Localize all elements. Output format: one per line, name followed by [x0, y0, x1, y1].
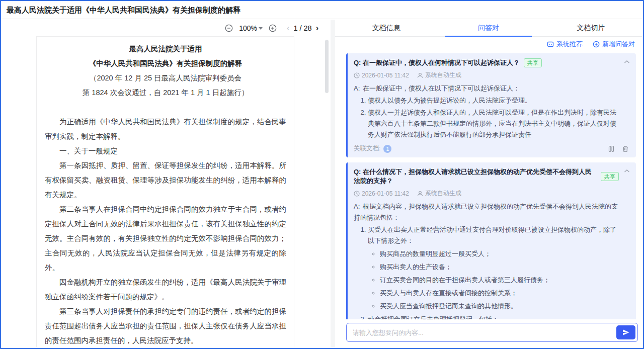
- doc-blank-line: [45, 100, 286, 115]
- user-icon: [417, 72, 423, 78]
- zoom-level-select[interactable]: 100%: [239, 24, 263, 32]
- qa-card: Q: 在一般保证中，债权人在何种情况下可以起诉保证人？ 共享: [346, 53, 636, 157]
- doc-paragraph: 第三条当事人对担保责任的承担约定专门的违约责任，或者约定的担保责任范围超出债务人…: [45, 304, 286, 347]
- source-label: 系统自动生成: [417, 71, 461, 79]
- ask-input-bar: [335, 319, 642, 347]
- add-qa-pair-label: 新增问答对: [602, 40, 635, 49]
- document-content: 最高人民法院关于适用 《中华人民共和国民法典》有关担保制度的解释 （2020 年…: [45, 42, 286, 347]
- qa-meta-row: 2026-01-05 11:42 系统自动生成: [354, 189, 619, 198]
- viewer-toolbar: 100% ‹ 1 / 28 ›: [2, 20, 331, 36]
- doc-meeting-line2: 第 1824 次会议通过，自 2021 年 1 月 1 日起施行）: [45, 85, 286, 100]
- panel-divider: [331, 20, 335, 347]
- answer-intro: 根据文档内容，担保物权人请求就已设立担保物权的动产优先受偿不会得到人民法院的支持…: [354, 203, 618, 221]
- zoom-in-button[interactable]: [269, 24, 277, 32]
- doc-paragraph: 为正确适用《中华人民共和国民法典》有关担保制度的规定，结合民事审判实践，制定本解…: [45, 115, 286, 144]
- qa-actions-row: 系统推荐 新增问答对: [335, 37, 642, 52]
- doc-paragraph: 第一条因抵押、质押、留置、保证等担保发生的纠纷，适用本解释。所有权保留买卖、融资…: [45, 158, 286, 202]
- list-item: 债权人一并起诉债务人和保证人的，人民法院可以受理，但是在作出判决时，除有民法典第…: [368, 107, 619, 140]
- zoom-level-value: 100%: [239, 24, 257, 32]
- tab-label: 文档信息: [372, 24, 400, 33]
- clock-icon: [354, 72, 360, 78]
- related-docs-label: 关联文档:: [354, 144, 380, 153]
- related-doc-count-badge[interactable]: 1: [383, 145, 391, 153]
- answer-item: 买受人在出卖人正常经营活动中通过支付合理对价取得已被设立担保物权的动产，除了以下…: [368, 224, 619, 312]
- chevron-up-icon: [624, 60, 630, 64]
- list-item: 买受人应当查询抵押登记而未查询的其他情形。: [380, 301, 619, 312]
- doc-paragraph: 因金融机构开立的独立保函发生的纠纷，适用《最高人民法院关于审理独立保函纠纷案件若…: [45, 275, 286, 304]
- list-item: 购买出卖人的生产设备；: [380, 261, 619, 273]
- answer-item: 动产抵押合同订立后未办理抵押登记，包括： 抵押人转让抵押财产，受让人占有抵押财产…: [368, 314, 619, 319]
- tab-document-info[interactable]: 文档信息: [335, 20, 437, 36]
- doc-paragraph: 第二条当事人在担保合同中约定担保合同的效力独立于主合同，或者约定担保人对主合同无…: [45, 202, 286, 275]
- qa-card-list: Q: 在一般保证中，债权人在何种情况下可以起诉保证人？ 共享: [335, 52, 642, 319]
- page-navigator: ‹ 1 / 28 ›: [287, 24, 318, 33]
- source-label: 系统自动生成: [417, 189, 461, 198]
- share-badge: 共享: [524, 58, 542, 67]
- ask-input-box: [346, 323, 638, 342]
- list-item: 订立买卖合同的目的在于担保出卖人或者第三人履行债务；: [380, 275, 619, 286]
- answer-block: A: 在一般保证中，债权人在以下情况下可以起诉保证人： 债权人以债务人为被告提起…: [354, 83, 619, 140]
- list-item: 购买商品的数量明显超过一般买受人；: [380, 248, 619, 259]
- system-recommend-button[interactable]: 系统推荐: [547, 40, 583, 49]
- question-row: Q: 在一般保证中，债权人在何种情况下可以起诉保证人？ 共享: [354, 58, 619, 67]
- tab-bar: 文档信息 问答对 文档切片: [335, 20, 642, 37]
- answer-prefix: A:: [354, 84, 360, 92]
- collapse-button[interactable]: [624, 169, 630, 173]
- prev-page-button[interactable]: ‹: [287, 24, 289, 33]
- tab-label: 文档切片: [577, 24, 605, 33]
- zoom-out-button[interactable]: [225, 24, 233, 32]
- timestamp: 2026-01-05 11:42: [354, 72, 409, 79]
- tab-document-slices[interactable]: 文档切片: [540, 20, 642, 36]
- related-docs: 关联文档: 1: [354, 144, 391, 153]
- document-scrollbar-thumb[interactable]: [325, 40, 329, 93]
- answer-block: A: 根据文档内容，担保物权人请求就已设立担保物权的动产优先受偿不会得到人民法院…: [354, 201, 619, 319]
- answer-numbered-list: 买受人在出卖人正常经营活动中通过支付合理对价取得已被设立担保物权的动产，除了以下…: [354, 224, 619, 319]
- answer-prefix: A:: [354, 203, 360, 210]
- add-circle-icon: [593, 41, 600, 48]
- system-recommend-label: 系统推荐: [556, 40, 583, 49]
- answer-bullet-list: 购买商品的数量明显超过一般买受人；购买出卖人的生产设备；订立买卖合同的目的在于担…: [368, 248, 619, 312]
- qa-meta-row: 2026-01-05 11:42 系统自动生成: [354, 71, 619, 79]
- send-icon: [622, 328, 630, 336]
- page-title: 最高人民法院关于适用《中华人民共和国民法典》有关担保制度的解释: [7, 6, 240, 15]
- delete-icon[interactable]: [622, 145, 629, 152]
- collapse-button[interactable]: [624, 60, 630, 64]
- send-button[interactable]: [616, 325, 635, 339]
- answer-numbered-list: 债权人以债务人为被告提起诉讼的，人民法院应予受理。债权人一并起诉债务人和保证人的…: [354, 95, 619, 140]
- share-badge: 共享: [601, 172, 619, 181]
- document-viewer-panel: 100% ‹ 1 / 28 › 最高人民法院关于适用 《中华人民共和国民法典》有…: [2, 20, 331, 347]
- doc-meeting-line1: （2020 年 12 月 25 日最高人民法院审判委员会: [45, 71, 286, 85]
- caret-down-icon: [259, 27, 263, 30]
- next-page-button[interactable]: ›: [316, 24, 318, 33]
- add-qa-pair-button[interactable]: 新增问答对: [593, 40, 635, 49]
- qa-card: Q: 在什么情况下，担保物权人请求就已设立担保物权的动产优先受偿不会得到人民法院…: [346, 162, 636, 319]
- ask-input[interactable]: [353, 329, 616, 336]
- tab-label: 问答对: [478, 24, 499, 33]
- question-text: Q: 在什么情况下，担保物权人请求就已设立担保物权的动产优先受偿不会得到人民法院…: [354, 167, 597, 186]
- app-window: 最高人民法院关于适用《中华人民共和国民法典》有关担保制度的解释 100%: [0, 0, 644, 349]
- qa-panel: 文档信息 问答对 文档切片 系统推荐: [335, 20, 642, 347]
- card-footer: 关联文档: 1: [354, 144, 619, 153]
- doc-title-line1: 最高人民法院关于适用: [45, 42, 286, 56]
- list-item: 债权人以债务人为被告提起诉讼的，人民法院应予受理。: [368, 95, 619, 106]
- user-icon: [417, 191, 423, 197]
- answer-intro: 在一般保证中，债权人在以下情况下可以起诉保证人：: [363, 84, 520, 92]
- window-title-bar: 最高人民法院关于适用《中华人民共和国民法典》有关担保制度的解释: [2, 2, 642, 19]
- edit-icon[interactable]: [608, 145, 615, 152]
- tab-qa-pairs[interactable]: 问答对: [437, 20, 539, 36]
- page-indicator: 1 / 28: [293, 24, 311, 32]
- doc-title-line2: 《中华人民共和国民法典》有关担保制度的解释: [45, 56, 286, 71]
- zoom-in-icon: [269, 24, 277, 32]
- card-action-icons: [608, 145, 629, 152]
- clock-icon: [354, 191, 360, 197]
- system-recommend-icon: [547, 41, 554, 48]
- timestamp: 2026-01-05 11:42: [354, 190, 409, 197]
- zoom-out-icon: [225, 24, 233, 32]
- list-item: 买受人与出卖人存在直接或者间接的控制关系；: [380, 288, 619, 299]
- chevron-up-icon: [624, 169, 630, 173]
- doc-section-heading: 一、关于一般规定: [45, 144, 286, 158]
- question-text: Q: 在一般保证中，债权人在何种情况下可以起诉保证人？: [354, 58, 520, 67]
- document-page: 最高人民法院关于适用 《中华人民共和国民法典》有关担保制度的解释 （2020 年…: [36, 36, 294, 347]
- question-row: Q: 在什么情况下，担保物权人请求就已设立担保物权的动产优先受偿不会得到人民法院…: [354, 167, 619, 186]
- answer-item-text: 买受人在出卖人正常经营活动中通过支付合理对价取得已被设立担保物权的动产，除了以下…: [368, 226, 616, 244]
